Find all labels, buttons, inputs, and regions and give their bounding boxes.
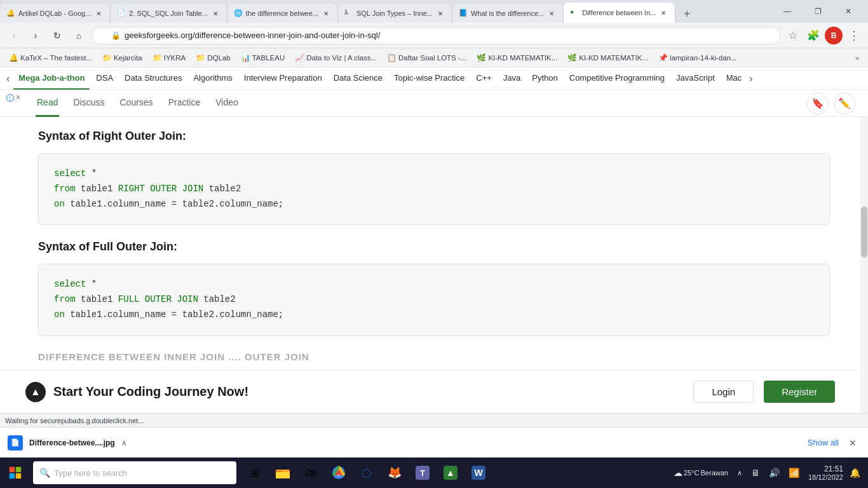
gfg-nav-item-competitive[interactable]: Competitive Programming: [564, 67, 670, 90]
gfg-nav-item-competitive-label: Competitive Programming: [569, 73, 665, 83]
gfg-nav-item-mac[interactable]: Mac: [721, 67, 747, 90]
taskbar-store[interactable]: 🛍: [297, 458, 324, 488]
bookmark-kejarcita[interactable]: 📁 Kejarcita: [98, 51, 146, 64]
taskbar-file-explorer[interactable]: [269, 458, 296, 488]
bookmark-kikd1[interactable]: 🌿 KI-KD MATEMATIK...: [473, 51, 561, 64]
cta-arrow-button[interactable]: ▲: [25, 382, 46, 402]
gfg-nav-prev-button[interactable]: ‹: [6, 73, 10, 85]
show-all-button[interactable]: Show all: [808, 438, 839, 447]
tray-monitor[interactable]: 🖥: [749, 466, 763, 479]
taskbar-triangle-app[interactable]: ▲: [437, 458, 464, 488]
tab-2-close[interactable]: ✕: [210, 8, 220, 18]
taskbar-edge[interactable]: ◌: [353, 458, 380, 488]
gfg-nav-item-python[interactable]: Python: [527, 67, 562, 90]
gfg-nav-item-python-label: Python: [532, 73, 557, 83]
gfg-nav-item-dsa[interactable]: DSA: [91, 67, 118, 90]
gfg-nav-item-algo[interactable]: Algorithms: [188, 67, 237, 90]
scrollbar-thumb[interactable]: [861, 207, 867, 257]
tab-6-close[interactable]: ✕: [658, 8, 668, 18]
minimize-button[interactable]: —: [773, 0, 802, 23]
extensions-button[interactable]: 🧩: [804, 27, 822, 44]
full-join-code-line-3: on table1.column_name = table2.column_na…: [54, 308, 814, 323]
bookmark-tableau[interactable]: 📊 TABLEAU: [237, 51, 289, 64]
login-button[interactable]: Login: [693, 381, 754, 403]
taskbar-word[interactable]: W: [465, 458, 492, 488]
tray-expand-icon: ∧: [737, 469, 742, 477]
gfg-nav-item-mac-label: Mac: [726, 73, 742, 83]
bookmark-lampiran[interactable]: 📌 lampiran-14-ki-dan...: [654, 51, 740, 64]
tab-1[interactable]: 🔔 Artikel DQLab - Goog... ✕: [0, 4, 111, 23]
taskbar-task-view[interactable]: ⊞: [241, 458, 268, 488]
bookmark-dataviz[interactable]: 📈 Data to Viz | A class...: [291, 51, 381, 64]
gfg-nav-item-cpp-label: C++: [476, 73, 492, 83]
tab-5[interactable]: 📘 What is the difference... ✕: [452, 4, 564, 23]
tray-up-arrow[interactable]: ∧: [735, 468, 745, 478]
taskbar-search-box[interactable]: 🔍 Type here to search: [33, 461, 236, 484]
tray-network[interactable]: 📶: [786, 466, 802, 479]
tab-6[interactable]: ● Difference between In... ✕: [564, 3, 675, 23]
taskbar-firefox[interactable]: 🦊: [381, 458, 408, 488]
bookmark-star-button[interactable]: ☆: [784, 27, 802, 44]
forward-button[interactable]: ›: [27, 27, 44, 44]
browser-window: 🔔 Artikel DQLab - Goog... ✕ 📄 2. SQL_SQL…: [0, 0, 868, 488]
menu-button[interactable]: ⋮: [845, 27, 863, 44]
refresh-button[interactable]: ↻: [48, 27, 66, 44]
tray-speaker[interactable]: 🔊: [766, 466, 782, 479]
tray-weather[interactable]: ☁ 25°C Berawan: [671, 466, 731, 479]
download-chevron-button[interactable]: ∧: [121, 438, 127, 447]
tab-5-close[interactable]: ✕: [546, 8, 557, 18]
bookmarks-more-button[interactable]: »: [851, 52, 863, 64]
taskbar-teams[interactable]: T: [409, 458, 436, 488]
gfg-nav-item-megajob[interactable]: Mega Job-a-thon: [13, 67, 90, 90]
bookmark-soal[interactable]: 📋 Daftar Soal LOTS -...: [383, 51, 470, 64]
home-button[interactable]: ⌂: [70, 27, 88, 44]
tab-3[interactable]: 🌐 the difference betwee... ✕: [227, 4, 338, 23]
maximize-button[interactable]: ❐: [803, 0, 832, 23]
taskbar-chrome[interactable]: [325, 458, 352, 488]
tab-4[interactable]: λ SQL Join Types – Inne... ✕: [338, 4, 452, 23]
tray-clock[interactable]: 21:51 18/12/2022: [808, 464, 843, 481]
ad-close-icon[interactable]: ✕: [15, 93, 21, 102]
gfg-nav-item-interview[interactable]: Interview Preparation: [239, 67, 327, 90]
bookmark-dqlab[interactable]: 📁 DQLab: [192, 51, 234, 64]
tab-4-label: SQL Join Types – Inne...: [356, 10, 433, 17]
tab-2[interactable]: 📄 2. SQL_SQL Join Table... ✕: [111, 4, 227, 23]
bookmark-iykra[interactable]: 📁 IYKRA: [149, 51, 190, 64]
content-tab-video[interactable]: Video: [214, 90, 240, 117]
close-button[interactable]: ✕: [834, 0, 863, 23]
new-tab-button[interactable]: +: [678, 5, 696, 23]
save-bookmark-button[interactable]: 🔖: [807, 93, 829, 114]
tab-5-label: What is the difference...: [471, 10, 544, 17]
content-tab-discuss[interactable]: Discuss: [72, 90, 105, 117]
start-button[interactable]: [0, 458, 31, 488]
bookmark-kikd2[interactable]: 🌿 KI-KD MATEMATIK...: [564, 51, 652, 64]
gfg-nav-item-ds[interactable]: Data Structures: [119, 67, 187, 90]
gfg-nav-item-js[interactable]: JavaScript: [671, 67, 720, 90]
bookmark-katex-icon: 🔔: [9, 53, 18, 62]
edit-button[interactable]: ✏️: [834, 93, 855, 114]
tray-notification[interactable]: 🔔: [847, 466, 863, 479]
address-input[interactable]: 🔒 geeksforgeeks.org/difference-between-i…: [92, 27, 780, 44]
tab-1-close[interactable]: ✕: [93, 8, 104, 18]
back-button[interactable]: ‹: [5, 27, 23, 44]
tab-4-close[interactable]: ✕: [435, 8, 445, 18]
profile-button[interactable]: B: [825, 27, 843, 44]
ad-indicator: i ✕: [6, 93, 21, 102]
content-tab-read[interactable]: Read: [36, 90, 59, 117]
content-tab-courses[interactable]: Courses: [118, 90, 154, 117]
register-button[interactable]: Register: [764, 381, 835, 403]
gfg-nav-item-topicwise[interactable]: Topic-wise Practice: [389, 67, 470, 90]
download-close-button[interactable]: ✕: [845, 435, 860, 451]
tab-1-label: Artikel DQLab - Goog...: [18, 10, 91, 17]
bookmark-katex[interactable]: 🔔 KaTeX – The fastest...: [5, 51, 96, 64]
tab-3-close[interactable]: ✕: [321, 8, 331, 18]
bookmark-tableau-label: TABLEAU: [252, 54, 285, 62]
gfg-nav-item-java[interactable]: Java: [498, 67, 526, 90]
edge-icon: ◌: [359, 465, 374, 480]
gfg-nav-next-button[interactable]: ›: [749, 73, 752, 85]
gfg-nav-item-cpp[interactable]: C++: [471, 67, 497, 90]
bookmark-kikd1-icon: 🌿: [477, 53, 486, 62]
tab-2-label: 2. SQL_SQL Join Table...: [129, 10, 208, 17]
content-tab-practice[interactable]: Practice: [167, 90, 202, 117]
gfg-nav-item-datasci[interactable]: Data Science: [329, 67, 388, 90]
